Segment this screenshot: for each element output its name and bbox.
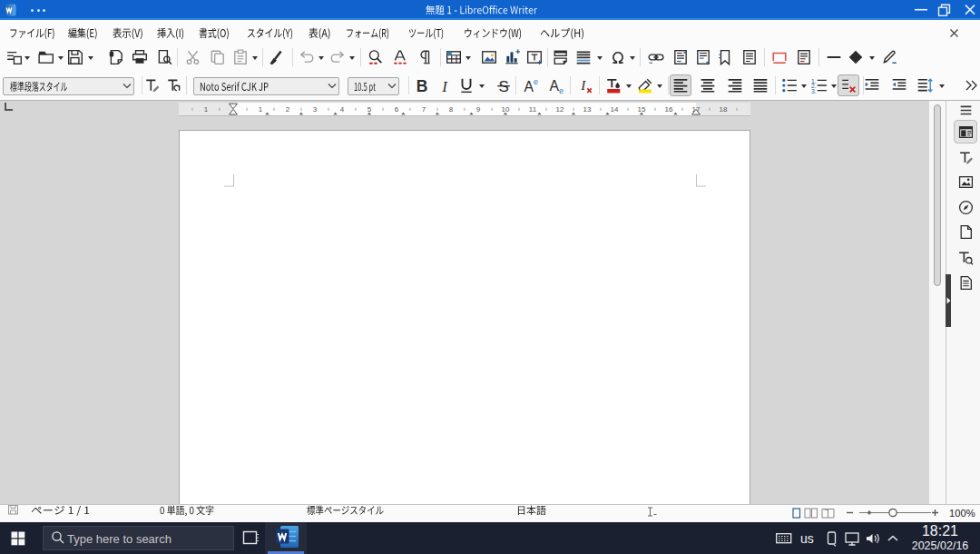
svg-text:e: e [534,77,538,86]
svg-text:15: 15 [638,105,646,114]
svg-text:10: 10 [502,105,510,114]
svg-text:18: 18 [720,105,728,114]
svg-text:I: I [441,78,448,95]
svg-text:13: 13 [583,105,592,114]
svg-text:4: 4 [340,105,345,114]
svg-text:1: 1 [204,105,209,114]
svg-text:3.: 3. [811,88,817,94]
svg-text:11: 11 [529,105,537,114]
svg-text:I: I [580,77,586,93]
svg-text:3: 3 [313,105,318,114]
svg-text:7: 7 [422,105,426,114]
svg-text:1: 1 [259,105,263,114]
svg-text:8: 8 [449,105,454,114]
svg-text:9: 9 [476,105,481,114]
svg-text:5: 5 [368,105,372,114]
svg-text:A: A [524,79,534,94]
svg-text:16: 16 [665,105,673,114]
svg-text:e: e [559,86,564,95]
svg-text:A: A [549,78,559,94]
svg-text:2: 2 [286,105,290,114]
svg-text:12: 12 [556,105,564,114]
svg-text:B: B [416,77,428,95]
svg-text:14: 14 [611,105,619,114]
svg-text:6: 6 [395,105,399,114]
